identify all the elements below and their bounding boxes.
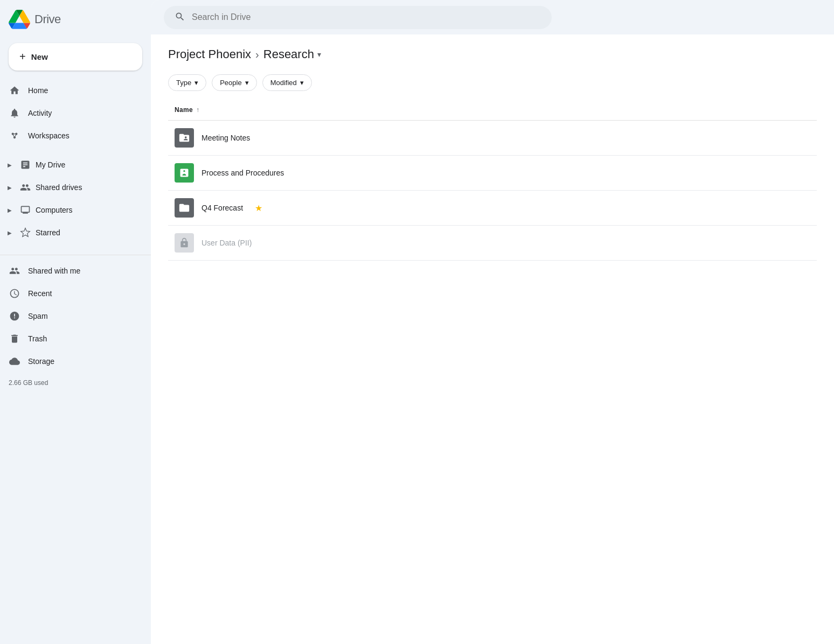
file-name-text: Meeting Notes — [201, 134, 250, 142]
sidebar-item-my-drive[interactable]: ▶ My Drive — [0, 153, 142, 176]
filter-bar: Type ▾ People ▾ Modified ▾ — [168, 74, 817, 91]
file-name-process: Process and Procedures — [175, 163, 810, 183]
filter-type-chevron: ▾ — [194, 79, 198, 87]
filter-people-button[interactable]: People ▾ — [212, 74, 256, 91]
trash-icon — [9, 333, 20, 345]
new-button-label: New — [31, 52, 48, 61]
search-bar[interactable] — [164, 6, 552, 29]
logo-area: Drive — [0, 4, 151, 39]
file-name-text: User Data (PII) — [201, 239, 252, 247]
sidebar-item-my-drive-label: My Drive — [36, 160, 65, 169]
table-row[interactable]: User Data (PII) — [168, 226, 817, 261]
search-icon — [175, 11, 185, 24]
sidebar-item-starred[interactable]: ▶ Starred — [0, 221, 142, 244]
star-filled-icon: ★ — [255, 203, 262, 213]
sidebar-item-computers-label: Computers — [36, 206, 72, 214]
sidebar-item-activity-label: Activity — [28, 109, 52, 117]
filter-people-label: People — [220, 79, 241, 87]
filter-modified-chevron: ▾ — [300, 79, 304, 87]
breadcrumb-parent[interactable]: Project Phoenix — [168, 47, 251, 61]
filter-people-chevron: ▾ — [245, 79, 249, 87]
new-plus-icon: + — [19, 51, 26, 63]
new-button[interactable]: + New — [9, 43, 142, 71]
sidebar-item-starred-label: Starred — [36, 228, 60, 237]
top-bar — [151, 0, 834, 34]
breadcrumb-chevron-icon: ▾ — [317, 50, 321, 59]
sort-arrow-icon: ↑ — [196, 106, 199, 114]
breadcrumb-separator: › — [255, 48, 259, 61]
file-name-meeting-notes: Meeting Notes — [175, 128, 810, 148]
sidebar-item-trash[interactable]: Trash — [0, 327, 142, 350]
starred-expand-arrow: ▶ — [4, 227, 15, 238]
breadcrumb: Project Phoenix › Research ▾ — [168, 47, 817, 61]
shared-drives-expand-arrow: ▶ — [4, 182, 15, 193]
folder-dark-icon — [175, 198, 194, 218]
table-row[interactable]: Meeting Notes — [168, 121, 817, 156]
sidebar: Drive + New Home Activity — [0, 0, 151, 644]
sidebar-item-shared-drives[interactable]: ▶ Shared drives — [0, 176, 142, 199]
home-icon — [9, 85, 20, 96]
sidebar-item-shared-with-me-label: Shared with me — [28, 267, 80, 275]
file-name-text: Process and Procedures — [201, 169, 284, 177]
storage-used: 2.66 GB used — [0, 373, 151, 393]
search-input[interactable] — [192, 12, 541, 22]
computers-icon — [19, 204, 31, 216]
file-name-user-data: User Data (PII) — [175, 233, 810, 253]
spam-icon — [9, 310, 20, 322]
cloud-icon — [9, 355, 20, 367]
app-title: Drive — [34, 12, 61, 26]
shared-drives-icon — [19, 181, 31, 193]
sidebar-item-home-label: Home — [28, 86, 48, 95]
computers-expand-arrow: ▶ — [4, 205, 15, 215]
sidebar-item-shared-drives-label: Shared drives — [36, 183, 82, 192]
my-drive-expand-arrow: ▶ — [4, 159, 15, 170]
sidebar-item-recent-label: Recent — [28, 289, 52, 298]
workspaces-icon — [9, 130, 20, 142]
bell-icon — [9, 107, 20, 119]
main-area: Project Phoenix › Research ▾ Type ▾ Peop… — [151, 0, 834, 644]
sidebar-item-workspaces-label: Workspaces — [28, 131, 70, 140]
folder-people-icon — [175, 128, 194, 148]
file-table: Name ↑ — [168, 102, 817, 261]
file-name-text: Q4 Forecast — [201, 204, 243, 212]
sidebar-item-computers[interactable]: ▶ Computers — [0, 199, 142, 221]
sidebar-item-activity[interactable]: Activity — [0, 102, 142, 124]
sidebar-item-trash-label: Trash — [28, 334, 47, 343]
breadcrumb-current[interactable]: Research ▾ — [263, 47, 321, 61]
sidebar-item-spam-label: Spam — [28, 312, 48, 320]
sidebar-item-shared-with-me[interactable]: Shared with me — [0, 260, 142, 282]
filter-type-label: Type — [176, 79, 191, 87]
sidebar-item-workspaces[interactable]: Workspaces — [0, 124, 142, 147]
sidebar-item-storage-label: Storage — [28, 357, 54, 366]
filter-type-button[interactable]: Type ▾ — [168, 74, 206, 91]
file-name-q4-forecast: Q4 Forecast ★ — [175, 198, 810, 218]
name-header-cell[interactable]: Name ↑ — [168, 102, 817, 121]
sidebar-item-recent[interactable]: Recent — [0, 282, 142, 305]
filter-modified-button[interactable]: Modified ▾ — [262, 74, 312, 91]
sidebar-item-home[interactable]: Home — [0, 79, 142, 102]
filter-modified-label: Modified — [270, 79, 297, 87]
breadcrumb-current-label: Research — [263, 47, 314, 61]
table-row[interactable]: Process and Procedures — [168, 156, 817, 191]
sidebar-item-spam[interactable]: Spam — [0, 305, 142, 327]
clock-icon — [9, 288, 20, 299]
sidebar-item-storage[interactable]: Storage — [0, 350, 142, 373]
content-area: Project Phoenix › Research ▾ Type ▾ Peop… — [151, 34, 834, 644]
table-header-row: Name ↑ — [168, 102, 817, 121]
table-row[interactable]: Q4 Forecast ★ — [168, 191, 817, 226]
restricted-icon — [175, 233, 194, 253]
google-drive-logo — [9, 9, 30, 30]
google-form-icon — [175, 163, 194, 183]
name-header-label: Name — [175, 106, 193, 114]
star-nav-icon — [19, 227, 31, 239]
drive-icon — [19, 159, 31, 171]
people-icon — [9, 265, 20, 277]
